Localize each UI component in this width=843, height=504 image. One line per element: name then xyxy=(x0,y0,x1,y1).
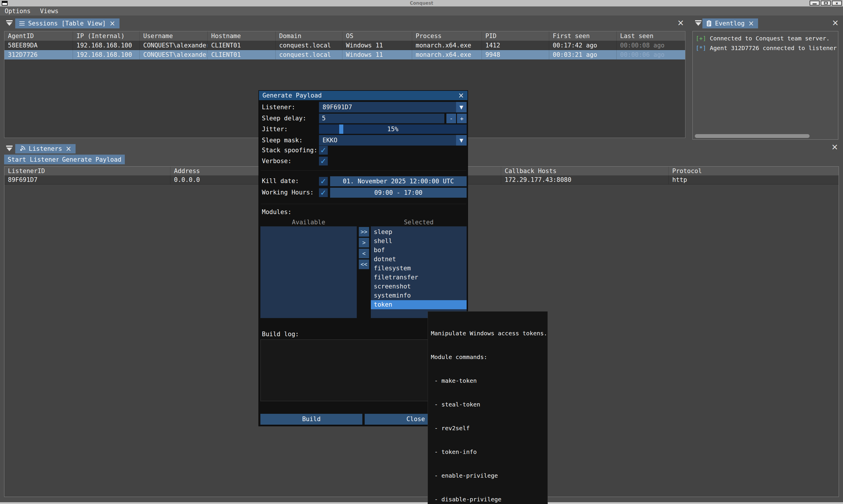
dialog-close-icon[interactable]: × xyxy=(458,92,464,98)
col-ip[interactable]: IP (Internal) xyxy=(73,31,140,41)
eventlog-panel-close-icon[interactable]: × xyxy=(832,20,839,26)
listener-select[interactable]: 89F691D7 ▼ xyxy=(319,102,467,112)
session-row[interactable]: 58EE89DA 192.168.168.100 CONQUEST\alexan… xyxy=(4,41,685,50)
cell-hostname: CLIENT01 xyxy=(208,50,276,59)
signal-icon xyxy=(19,146,25,152)
session-row-selected[interactable]: 312D7726 192.168.168.100 CONQUEST\alexan… xyxy=(4,50,685,59)
tab-eventlog-label: Eventlog xyxy=(715,20,745,27)
dialog-title: Generate Payload xyxy=(263,92,322,99)
window-menu-icon[interactable] xyxy=(2,1,7,5)
module-item[interactable]: filetransfer xyxy=(371,273,467,282)
tab-listeners-close-icon[interactable]: × xyxy=(66,146,71,152)
start-listener-button[interactable]: Start Listener xyxy=(4,155,63,164)
listeners-dock-handle[interactable] xyxy=(6,145,13,151)
modules-label: Modules: xyxy=(262,209,291,216)
move-all-right-button[interactable]: >> xyxy=(359,227,369,237)
cell-ip: 192.168.168.100 xyxy=(73,41,140,50)
module-tooltip: Manipulate Windows access tokens. Module… xyxy=(428,311,548,504)
cell-domain: conquest.local xyxy=(276,50,342,59)
kill-date-checkbox[interactable]: ✓ xyxy=(319,177,328,186)
sleep-mask-label: Sleep mask: xyxy=(262,137,303,144)
move-one-left-button[interactable]: < xyxy=(359,249,369,258)
col-listenerid[interactable]: ListenerID xyxy=(4,167,171,176)
available-modules-list[interactable] xyxy=(261,227,357,318)
selected-modules-list[interactable]: sleep shell bof dotnet filesystem filetr… xyxy=(371,227,467,318)
tab-sessions-close-icon[interactable]: × xyxy=(110,20,115,26)
sleep-delay-decrement-button[interactable]: - xyxy=(446,114,456,123)
chevron-down-icon[interactable]: ▼ xyxy=(456,135,467,146)
maximize-button[interactable] xyxy=(821,1,831,5)
generate-payload-button[interactable]: Generate Payload xyxy=(58,155,125,164)
tab-sessions[interactable]: Sessions [Table View] × xyxy=(15,18,120,29)
col-pid[interactable]: PID xyxy=(482,31,549,41)
cell-os: Windows 11 xyxy=(342,50,412,59)
sleep-mask-select[interactable]: EKKO ▼ xyxy=(319,135,467,146)
menu-options[interactable]: Options xyxy=(0,6,35,16)
menu-views[interactable]: Views xyxy=(35,6,63,16)
chevron-down-icon[interactable]: ▼ xyxy=(456,102,467,112)
working-hours-button[interactable]: 09:00 - 17:00 xyxy=(330,188,467,198)
log-text: Agent 312D7726 connected to listener xyxy=(706,44,837,52)
cell-last-seen: 00:00:08 ago xyxy=(616,41,685,50)
tab-listeners[interactable]: Listeners × xyxy=(15,144,76,154)
checkmark-icon: ✓ xyxy=(320,188,327,197)
col-username[interactable]: Username xyxy=(140,31,208,41)
col-callback-hosts[interactable]: Callback Hosts xyxy=(501,167,669,176)
cell-agentid: 58EE89DA xyxy=(4,41,73,50)
col-domain[interactable]: Domain xyxy=(276,31,342,41)
tooltip-line: - make-token xyxy=(431,377,548,385)
col-protocol[interactable]: Protocol xyxy=(669,167,839,176)
tooltip-line: - token-info xyxy=(431,448,548,456)
stack-spoofing-checkbox[interactable]: ✓ xyxy=(319,146,328,155)
cell-first-seen: 00:03:21 ago xyxy=(549,50,616,59)
stack-spoofing-label: Stack spoofing: xyxy=(262,147,318,154)
sessions-dock-handle[interactable] xyxy=(6,20,13,26)
module-item-selected[interactable]: token xyxy=(371,300,467,309)
cell-first-seen: 00:17:42 ago xyxy=(549,41,616,50)
tooltip-line: - steal-token xyxy=(431,401,548,409)
divider xyxy=(261,170,466,171)
module-item[interactable]: screenshot xyxy=(371,282,467,291)
listeners-panel-close-icon[interactable]: × xyxy=(831,144,838,150)
col-last-seen[interactable]: Last seen xyxy=(616,31,685,41)
cell-pid: 1412 xyxy=(482,41,549,50)
module-item[interactable]: systeminfo xyxy=(371,291,467,300)
module-item[interactable]: dotnet xyxy=(371,255,467,264)
sleep-mask-value: EKKO xyxy=(323,135,337,146)
minimize-button[interactable] xyxy=(810,1,820,5)
tab-eventlog-close-icon[interactable]: × xyxy=(748,20,754,26)
jitter-slider[interactable]: 15% xyxy=(319,124,467,134)
module-item[interactable]: sleep xyxy=(371,228,467,237)
col-os[interactable]: OS xyxy=(342,31,412,41)
verbose-checkbox[interactable]: ✓ xyxy=(319,157,328,165)
cell-callback-hosts: 172.29.177.43:8080 xyxy=(501,176,669,184)
tab-listeners-label: Listeners xyxy=(29,145,62,152)
move-one-right-button[interactable]: > xyxy=(359,238,369,248)
close-button[interactable]: × xyxy=(832,1,842,5)
module-item[interactable]: bof xyxy=(371,246,467,255)
col-hostname[interactable]: Hostname xyxy=(208,31,276,41)
cell-os: Windows 11 xyxy=(342,41,412,50)
move-all-left-button[interactable]: << xyxy=(359,259,369,269)
working-hours-checkbox[interactable]: ✓ xyxy=(319,188,328,197)
checkmark-icon: ✓ xyxy=(320,177,327,185)
col-agentid[interactable]: AgentID xyxy=(4,31,73,41)
col-first-seen[interactable]: First seen xyxy=(549,31,616,41)
eventlog-horizontal-scrollbar[interactable] xyxy=(695,134,810,138)
kill-date-button[interactable]: 01. November 2025 12:00:00 UTC xyxy=(330,176,467,186)
sleep-delay-increment-button[interactable]: + xyxy=(457,114,467,123)
log-success-prefix: [+] xyxy=(696,35,706,42)
sessions-panel-close-icon[interactable]: × xyxy=(677,20,684,26)
build-button[interactable]: Build xyxy=(261,414,362,425)
cell-pid: 9948 xyxy=(482,50,549,59)
window-titlebar: Conquest × xyxy=(0,0,843,6)
module-item[interactable]: filesystem xyxy=(371,264,467,273)
log-text: Connected to Conquest team server. xyxy=(706,35,829,42)
build-log-label: Build log: xyxy=(262,331,299,338)
eventlog-dock-handle[interactable] xyxy=(695,20,702,26)
tab-eventlog[interactable]: Eventlog × xyxy=(702,18,758,29)
window-title: Conquest xyxy=(0,0,843,6)
module-item[interactable]: shell xyxy=(371,237,467,246)
sleep-delay-input[interactable]: 5 xyxy=(319,114,444,123)
col-process[interactable]: Process xyxy=(412,31,482,41)
